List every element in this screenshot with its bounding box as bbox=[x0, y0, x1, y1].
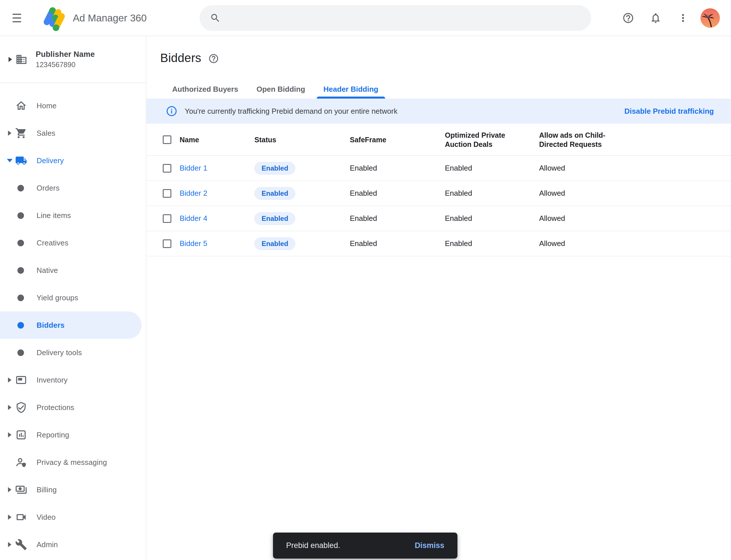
tab-open-bidding[interactable]: Open Bidding bbox=[250, 81, 312, 99]
snackbar-dismiss-button[interactable]: Dismiss bbox=[414, 541, 444, 550]
sidebar-item-native[interactable]: Native bbox=[0, 257, 146, 284]
bidder-link[interactable]: Bidder 1 bbox=[180, 164, 207, 172]
global-search[interactable] bbox=[200, 5, 591, 31]
bullet-icon bbox=[17, 295, 24, 301]
bullet-icon bbox=[17, 185, 24, 191]
row-checkbox[interactable] bbox=[163, 214, 171, 223]
menu-button[interactable] bbox=[11, 11, 25, 25]
sidebar-item-privacy-messaging[interactable]: Privacy & messaging bbox=[0, 449, 146, 476]
search-icon bbox=[210, 13, 221, 23]
bidder-link[interactable]: Bidder 4 bbox=[180, 214, 207, 223]
sidebar-item-admin[interactable]: Admin bbox=[0, 531, 146, 558]
status-badge: Enabled bbox=[255, 187, 295, 200]
child-directed-value: Allowed bbox=[539, 214, 731, 223]
account-avatar[interactable] bbox=[700, 8, 720, 28]
inventory-icon bbox=[15, 374, 27, 386]
expand-icon bbox=[8, 542, 11, 547]
sidebar-nav: Home Sales Delivery Orders Line items Cr… bbox=[0, 83, 146, 558]
sidebar-item-bidders[interactable]: Bidders bbox=[0, 311, 142, 339]
bullet-icon bbox=[17, 212, 24, 219]
select-all-checkbox[interactable] bbox=[163, 135, 171, 144]
expand-icon bbox=[8, 131, 11, 136]
expand-icon bbox=[8, 515, 11, 520]
collapse-icon bbox=[7, 159, 13, 162]
safeframe-value: Enabled bbox=[350, 214, 445, 223]
admin-icon bbox=[15, 539, 27, 551]
expand-icon bbox=[8, 377, 11, 383]
publisher-name: Publisher Name bbox=[36, 50, 95, 59]
info-icon bbox=[166, 105, 177, 117]
sidebar-item-home[interactable]: Home bbox=[0, 92, 146, 119]
ad-manager-logo-icon[interactable] bbox=[41, 4, 68, 32]
sidebar-item-orders[interactable]: Orders bbox=[0, 174, 146, 202]
safeframe-value: Enabled bbox=[350, 239, 445, 248]
menu-icon bbox=[13, 14, 21, 15]
overflow-icon bbox=[677, 12, 689, 24]
status-badge: Enabled bbox=[255, 162, 295, 175]
expand-icon bbox=[8, 432, 11, 437]
help-icon bbox=[208, 53, 219, 64]
tab-header-bidding[interactable]: Header Bidding bbox=[317, 81, 385, 99]
publisher-icon bbox=[15, 53, 27, 65]
video-icon bbox=[15, 511, 27, 523]
sidebar: Publisher Name 1234567890 Home Sales Del… bbox=[0, 36, 146, 560]
reporting-icon bbox=[15, 429, 27, 441]
sidebar-item-creatives[interactable]: Creatives bbox=[0, 229, 146, 257]
table-row: Bidder 1 Enabled Enabled Enabled Allowed bbox=[147, 156, 731, 181]
bidder-link[interactable]: Bidder 2 bbox=[180, 189, 207, 197]
expand-icon bbox=[8, 487, 11, 492]
table-row: Bidder 4 Enabled Enabled Enabled Allowed bbox=[147, 206, 731, 231]
opa-deals-value: Enabled bbox=[445, 164, 539, 173]
opa-deals-value: Enabled bbox=[445, 239, 539, 248]
sidebar-item-reporting[interactable]: Reporting bbox=[0, 421, 146, 449]
sales-icon bbox=[15, 127, 27, 139]
column-header-status: Status bbox=[255, 135, 350, 144]
notifications-button[interactable] bbox=[649, 11, 662, 25]
publisher-id: 1234567890 bbox=[36, 61, 95, 69]
child-directed-value: Allowed bbox=[539, 189, 731, 198]
palm-tree-image bbox=[700, 8, 720, 28]
bullet-icon bbox=[17, 240, 24, 246]
notifications-icon bbox=[650, 12, 662, 24]
bullet-icon bbox=[17, 267, 24, 274]
help-icon bbox=[622, 12, 634, 24]
opa-deals-value: Enabled bbox=[445, 189, 539, 198]
banner-message: You're currently trafficking Prebid dema… bbox=[185, 107, 397, 116]
sidebar-item-protections[interactable]: Protections bbox=[0, 394, 146, 421]
page-title: Bidders bbox=[160, 51, 201, 65]
top-app-bar: Ad Manager 360 bbox=[0, 0, 731, 36]
status-badge: Enabled bbox=[255, 212, 295, 225]
bullet-icon bbox=[17, 349, 24, 356]
delivery-icon bbox=[15, 155, 27, 167]
status-badge: Enabled bbox=[255, 237, 295, 250]
prebid-info-banner: You're currently trafficking Prebid dema… bbox=[147, 99, 731, 124]
publisher-selector[interactable]: Publisher Name 1234567890 bbox=[0, 36, 146, 83]
tab-authorized-buyers[interactable]: Authorized Buyers bbox=[165, 81, 245, 99]
row-checkbox[interactable] bbox=[163, 239, 171, 248]
protections-icon bbox=[15, 401, 27, 413]
row-checkbox[interactable] bbox=[163, 189, 171, 198]
table-row: Bidder 2 Enabled Enabled Enabled Allowed bbox=[147, 181, 731, 206]
sidebar-item-billing[interactable]: Billing bbox=[0, 476, 146, 503]
privacy-icon bbox=[15, 456, 27, 468]
sidebar-item-delivery[interactable]: Delivery bbox=[0, 147, 146, 174]
sidebar-item-yield-groups[interactable]: Yield groups bbox=[0, 284, 146, 311]
sidebar-item-inventory[interactable]: Inventory bbox=[0, 366, 146, 394]
overflow-menu-button[interactable] bbox=[676, 11, 690, 25]
sidebar-item-sales[interactable]: Sales bbox=[0, 119, 146, 147]
safeframe-value: Enabled bbox=[350, 189, 445, 198]
column-header-safeframe: SafeFrame bbox=[350, 135, 445, 144]
sidebar-item-delivery-tools[interactable]: Delivery tools bbox=[0, 339, 146, 366]
disable-prebid-trafficking-link[interactable]: Disable Prebid trafficking bbox=[624, 107, 714, 116]
help-button[interactable] bbox=[621, 11, 635, 25]
sidebar-item-video[interactable]: Video bbox=[0, 503, 146, 531]
search-input[interactable] bbox=[227, 13, 583, 23]
bidder-link[interactable]: Bidder 5 bbox=[180, 239, 207, 248]
table-row: Bidder 5 Enabled Enabled Enabled Allowed bbox=[147, 231, 731, 256]
child-directed-value: Allowed bbox=[539, 239, 731, 248]
sidebar-item-line-items[interactable]: Line items bbox=[0, 202, 146, 229]
expand-icon bbox=[8, 405, 11, 410]
row-checkbox[interactable] bbox=[163, 164, 171, 173]
page-help-button[interactable] bbox=[208, 53, 219, 64]
child-directed-value: Allowed bbox=[539, 164, 731, 173]
